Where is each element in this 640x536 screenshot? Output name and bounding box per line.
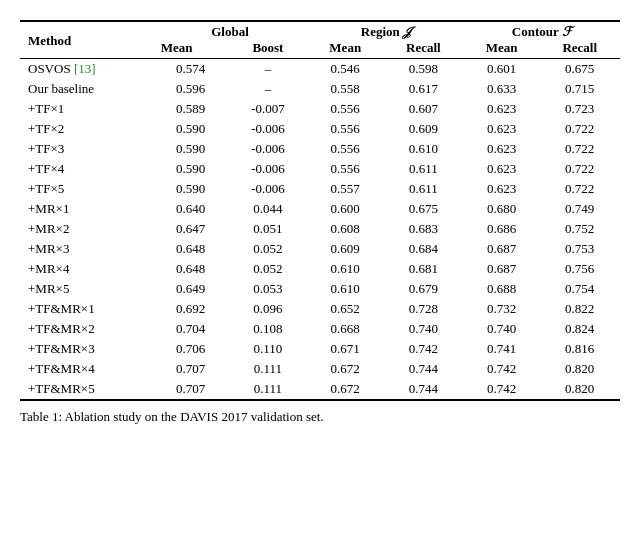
r-mean-cell: 0.558 [307, 79, 383, 99]
r-recall-cell: 0.611 [383, 179, 463, 199]
global-header: Global [153, 21, 308, 40]
c-recall-cell: 0.822 [539, 299, 620, 319]
g-mean-cell: 0.704 [153, 319, 229, 339]
r-mean-cell: 0.668 [307, 319, 383, 339]
table-body: OSVOS [13]0.574–0.5460.5980.6010.675Our … [20, 59, 620, 401]
r-mean-cell: 0.556 [307, 99, 383, 119]
method-header: Method [20, 21, 153, 59]
r-recall-cell: 0.728 [383, 299, 463, 319]
method-cell: +MR×2 [20, 219, 153, 239]
c-recall-cell: 0.820 [539, 379, 620, 400]
method-cell: Our baseline [20, 79, 153, 99]
table-row: +TF×50.590-0.0060.5570.6110.6230.722 [20, 179, 620, 199]
r-recall-cell: 0.598 [383, 59, 463, 80]
method-cell: +TF×1 [20, 99, 153, 119]
g-mean-cell: 0.596 [153, 79, 229, 99]
contour-recall-header: Recall [539, 40, 620, 59]
table-row: OSVOS [13]0.574–0.5460.5980.6010.675 [20, 59, 620, 80]
table-row: +MR×50.6490.0530.6100.6790.6880.754 [20, 279, 620, 299]
table-row: +TF&MR×30.7060.1100.6710.7420.7410.816 [20, 339, 620, 359]
c-recall-cell: 0.722 [539, 139, 620, 159]
method-cell: +TF&MR×4 [20, 359, 153, 379]
r-recall-cell: 0.679 [383, 279, 463, 299]
r-mean-cell: 0.556 [307, 119, 383, 139]
g-mean-cell: 0.647 [153, 219, 229, 239]
region-mean-header: Mean [307, 40, 383, 59]
method-cell: +MR×1 [20, 199, 153, 219]
r-mean-cell: 0.557 [307, 179, 383, 199]
table-row: +TF&MR×10.6920.0960.6520.7280.7320.822 [20, 299, 620, 319]
table-container: Method Global Region 𝒥 Contour ℱ Mean Bo… [20, 20, 620, 425]
method-cell: +MR×4 [20, 259, 153, 279]
method-cell: +MR×3 [20, 239, 153, 259]
g-mean-cell: 0.706 [153, 339, 229, 359]
g-boost-cell: 0.052 [229, 239, 308, 259]
table-row: +TF&MR×20.7040.1080.6680.7400.7400.824 [20, 319, 620, 339]
g-boost-cell: – [229, 59, 308, 80]
c-mean-cell: 0.742 [464, 359, 540, 379]
table-row: +TF&MR×40.7070.1110.6720.7440.7420.820 [20, 359, 620, 379]
c-mean-cell: 0.601 [464, 59, 540, 80]
table-row: +TF×20.590-0.0060.5560.6090.6230.722 [20, 119, 620, 139]
c-recall-cell: 0.675 [539, 59, 620, 80]
method-cell: +TF&MR×3 [20, 339, 153, 359]
method-cell: OSVOS [13] [20, 59, 153, 80]
region-recall-header: Recall [383, 40, 463, 59]
r-mean-cell: 0.608 [307, 219, 383, 239]
g-boost-cell: 0.111 [229, 379, 308, 400]
r-mean-cell: 0.672 [307, 379, 383, 400]
r-mean-cell: 0.600 [307, 199, 383, 219]
g-mean-cell: 0.640 [153, 199, 229, 219]
method-cell: +TF×2 [20, 119, 153, 139]
method-cell: +TF×4 [20, 159, 153, 179]
c-mean-cell: 0.623 [464, 99, 540, 119]
r-mean-cell: 0.546 [307, 59, 383, 80]
c-mean-cell: 0.633 [464, 79, 540, 99]
table-row: +TF&MR×50.7070.1110.6720.7440.7420.820 [20, 379, 620, 400]
g-boost-cell: -0.006 [229, 179, 308, 199]
c-mean-cell: 0.623 [464, 139, 540, 159]
method-cell: +TF×3 [20, 139, 153, 159]
g-boost-cell: 0.111 [229, 359, 308, 379]
table-row: +TF×10.589-0.0070.5560.6070.6230.723 [20, 99, 620, 119]
c-recall-cell: 0.756 [539, 259, 620, 279]
table-row: Our baseline0.596–0.5580.6170.6330.715 [20, 79, 620, 99]
method-cell: +TF&MR×2 [20, 319, 153, 339]
c-recall-cell: 0.722 [539, 159, 620, 179]
r-recall-cell: 0.740 [383, 319, 463, 339]
c-mean-cell: 0.623 [464, 119, 540, 139]
r-mean-cell: 0.671 [307, 339, 383, 359]
g-boost-cell: 0.051 [229, 219, 308, 239]
c-recall-cell: 0.749 [539, 199, 620, 219]
g-boost-cell: – [229, 79, 308, 99]
g-boost-cell: -0.006 [229, 159, 308, 179]
c-mean-cell: 0.740 [464, 319, 540, 339]
r-recall-cell: 0.617 [383, 79, 463, 99]
r-mean-cell: 0.610 [307, 279, 383, 299]
r-recall-cell: 0.607 [383, 99, 463, 119]
global-mean-header: Mean [153, 40, 229, 59]
r-mean-cell: 0.556 [307, 159, 383, 179]
r-mean-cell: 0.556 [307, 139, 383, 159]
r-mean-cell: 0.652 [307, 299, 383, 319]
g-boost-cell: 0.053 [229, 279, 308, 299]
g-boost-cell: -0.007 [229, 99, 308, 119]
r-recall-cell: 0.683 [383, 219, 463, 239]
c-mean-cell: 0.623 [464, 159, 540, 179]
table-row: +MR×20.6470.0510.6080.6830.6860.752 [20, 219, 620, 239]
g-boost-cell: -0.006 [229, 139, 308, 159]
method-cell: +TF&MR×5 [20, 379, 153, 400]
g-mean-cell: 0.590 [153, 139, 229, 159]
r-recall-cell: 0.610 [383, 139, 463, 159]
results-table: Method Global Region 𝒥 Contour ℱ Mean Bo… [20, 20, 620, 401]
method-cell: +TF&MR×1 [20, 299, 153, 319]
r-mean-cell: 0.672 [307, 359, 383, 379]
r-recall-cell: 0.675 [383, 199, 463, 219]
c-mean-cell: 0.680 [464, 199, 540, 219]
table-caption: Table 1: Ablation study on the DAVIS 201… [20, 409, 620, 425]
g-mean-cell: 0.589 [153, 99, 229, 119]
g-boost-cell: 0.044 [229, 199, 308, 219]
g-mean-cell: 0.707 [153, 359, 229, 379]
table-row: +TF×40.590-0.0060.5560.6110.6230.722 [20, 159, 620, 179]
c-recall-cell: 0.723 [539, 99, 620, 119]
